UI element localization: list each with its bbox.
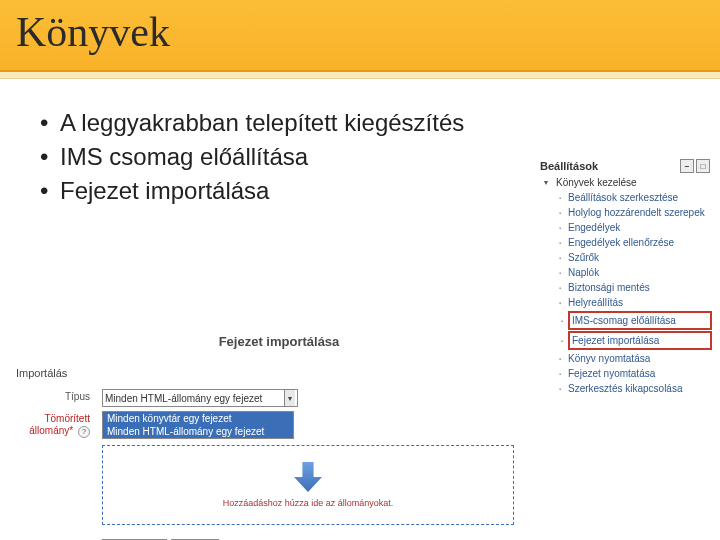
type-select-value: Minden HTML-állomány egy fejezet <box>105 393 262 404</box>
settings-item[interactable]: Szűrők <box>568 250 712 265</box>
dialog-title: Fejezet importálása <box>14 334 544 349</box>
archive-label: Tömörített állomány* ? <box>14 411 102 438</box>
content-area: A leggyakrabban telepített kiegészítés I… <box>0 79 720 205</box>
settings-item[interactable]: Fejezet nyomtatása <box>568 366 712 381</box>
type-select[interactable]: Minden HTML-állomány egy fejezet <box>102 389 298 407</box>
settings-header: Beállítások − □ <box>536 159 714 173</box>
archive-row: Tömörített állomány* ? Minden könyvtár e… <box>14 411 544 439</box>
settings-item[interactable]: Biztonsági mentés <box>568 280 712 295</box>
dialog-section-label: Importálás <box>14 367 544 379</box>
settings-item[interactable]: Helyreállítás <box>568 295 712 310</box>
header-underline <box>0 72 720 79</box>
settings-sublist: Beállítások szerkesztése Holylog hozzáre… <box>556 190 712 396</box>
bullet-item: A leggyakrabban telepített kiegészítés <box>40 109 690 137</box>
type-row: Típus Minden HTML-állomány egy fejezet <box>14 389 544 407</box>
settings-panel: Beállítások − □ Könyvek kezelése Beállít… <box>536 159 714 396</box>
settings-header-icons: − □ <box>680 159 710 173</box>
settings-item[interactable]: Beállítások szerkesztése <box>568 190 712 205</box>
file-dropzone[interactable]: Hozzáadáshoz húzza ide az állományokat. <box>102 445 514 525</box>
settings-item-highlight[interactable]: IMS-csomag előállítása <box>568 311 712 330</box>
slide-header: Könyvek <box>0 0 720 72</box>
settings-tree: Könyvek kezelése Beállítások szerkesztés… <box>536 177 714 396</box>
settings-root[interactable]: Könyvek kezelése Beállítások szerkesztés… <box>544 177 712 396</box>
help-icon[interactable]: ? <box>78 426 90 438</box>
settings-item[interactable]: Holylog hozzárendelt szerepek <box>568 205 712 220</box>
settings-item-highlight[interactable]: Fejezet importálása <box>568 331 712 350</box>
archive-label-line1: Tömörített <box>44 413 90 424</box>
dropdown-option[interactable]: Minden HTML-állomány egy fejezet <box>103 425 293 438</box>
settings-title: Beállítások <box>540 160 598 172</box>
settings-item[interactable]: Engedélyek <box>568 220 712 235</box>
page-title: Könyvek <box>16 8 704 56</box>
settings-item[interactable]: Naplók <box>568 265 712 280</box>
import-dialog: Fejezet importálása Importálás Típus Min… <box>14 334 544 540</box>
type-label: Típus <box>14 389 102 403</box>
settings-item[interactable]: Szerkesztés kikapcsolása <box>568 381 712 396</box>
dropdown-options[interactable]: Minden könyvtár egy fejezet Minden HTML-… <box>102 411 294 439</box>
download-arrow-icon <box>294 462 322 492</box>
settings-item[interactable]: Engedélyek ellenőrzése <box>568 235 712 250</box>
archive-label-line2: állomány* <box>29 425 73 436</box>
dropzone-text: Hozzáadáshoz húzza ide az állományokat. <box>223 498 394 508</box>
settings-item[interactable]: Könyv nyomtatása <box>568 351 712 366</box>
expand-icon[interactable]: □ <box>696 159 710 173</box>
settings-root-label: Könyvek kezelése <box>556 177 637 188</box>
dropdown-option[interactable]: Minden könyvtár egy fejezet <box>103 412 293 425</box>
collapse-icon[interactable]: − <box>680 159 694 173</box>
